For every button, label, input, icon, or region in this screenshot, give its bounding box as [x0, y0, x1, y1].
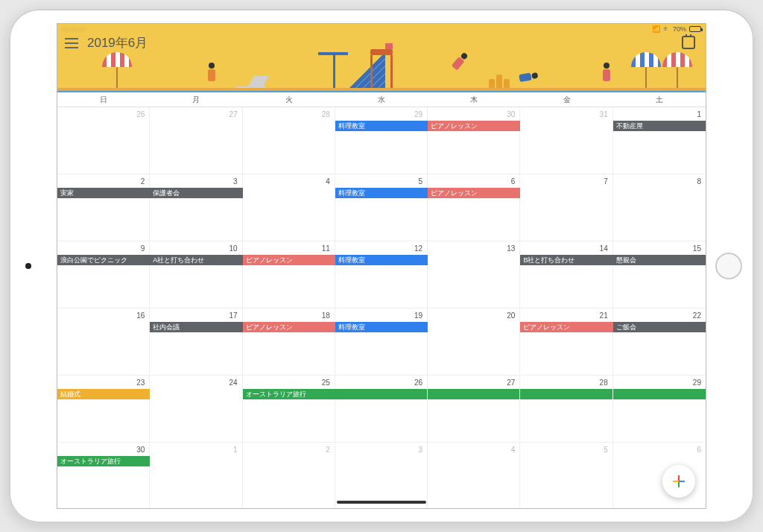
calendar-cell[interactable]: 4 [243, 174, 335, 241]
person-decoration [510, 70, 539, 85]
battery-icon [689, 26, 701, 32]
calendar-cell[interactable]: 31 [520, 107, 612, 174]
calendar-cell[interactable]: 12料理教室 [335, 241, 428, 308]
front-camera [25, 263, 31, 269]
date-number: 30 [507, 110, 515, 118]
weekday-label: 日 [57, 92, 150, 107]
person-decoration [601, 63, 612, 89]
calendar-cell[interactable]: 17社内会議 [150, 308, 242, 376]
calendar-grid[interactable]: 26272829料理教室30ピアノレッスン311不動産屋2実家3保護者会45料理… [57, 107, 706, 509]
calendar-event[interactable]: ご飯会 [613, 322, 706, 332]
date-number: 4 [326, 177, 330, 186]
calendar-event[interactable]: 結婚式 [57, 389, 150, 399]
calendar-event[interactable]: ピアノレッスン [428, 188, 520, 198]
calendar-cell[interactable]: 1不動産屋 [613, 107, 706, 174]
wifi-icon: 📶 [652, 25, 660, 33]
calendar-cell[interactable]: 20 [428, 308, 520, 376]
calendar-event[interactable]: 浪白公園でピクニック [57, 255, 150, 265]
calendar-cell[interactable]: 2 [243, 443, 335, 509]
calendar-cell[interactable]: 2実家 [57, 174, 150, 241]
calendar-event[interactable]: ピアノレッスン [243, 322, 335, 332]
calendar-cell[interactable]: 22ご飯会 [613, 308, 706, 376]
calendar-cell[interactable]: 6ピアノレッスン [428, 174, 520, 241]
calendar-cell[interactable]: 14B社と打ち合わせ [520, 241, 612, 308]
home-button[interactable] [715, 253, 742, 279]
weekday-label: 土 [613, 92, 706, 107]
calendar-event[interactable]: 懇親会 [613, 255, 706, 265]
date-number: 3 [233, 177, 238, 186]
date-number: 29 [414, 110, 422, 118]
calendar-cell[interactable]: 3 [335, 443, 428, 509]
date-number: 28 [600, 379, 608, 387]
calendar-cell[interactable]: 15懇親会 [613, 241, 706, 308]
date-number: 28 [322, 110, 330, 118]
calendar-event[interactable]: 保護者会 [150, 188, 242, 198]
calendar-cell[interactable]: 8 [613, 174, 706, 241]
calendar-cell[interactable]: 25オーストラリア旅行 [243, 376, 335, 443]
calendar-cell[interactable]: 24 [150, 376, 242, 443]
calendar-cell[interactable]: 3保護者会 [150, 174, 242, 241]
umbrella-decoration [102, 52, 132, 89]
calendar-cell[interactable]: 30ピアノレッスン [428, 107, 520, 174]
weekday-label: 月 [150, 92, 242, 107]
calendar-event[interactable]: ピアノレッスン [243, 255, 335, 265]
calendar-event[interactable]: オーストラリア旅行 [57, 456, 150, 466]
create-event-fab[interactable] [662, 465, 695, 498]
calendar-cell[interactable]: 4 [428, 443, 520, 509]
calendar-cell[interactable]: 13 [428, 241, 520, 308]
month-title[interactable]: 2019年6月 [87, 34, 148, 51]
calendar-cell[interactable]: 29料理教室 [335, 107, 428, 174]
calendar-cell[interactable]: 11ピアノレッスン [243, 241, 335, 308]
calendar-event[interactable]: 実家 [57, 188, 150, 198]
calendar-event[interactable]: 料理教室 [335, 255, 428, 265]
date-number: 14 [600, 244, 608, 253]
calendar-event[interactable]: 料理教室 [335, 188, 428, 198]
calendar-event[interactable]: 料理教室 [335, 322, 428, 332]
date-number: 7 [604, 177, 608, 186]
date-number: 30 [136, 446, 145, 454]
calendar-cell[interactable]: 28 [243, 107, 335, 174]
cell-icon: ᯤ [663, 25, 670, 33]
calendar-cell[interactable]: 26 [335, 376, 428, 443]
calendar-cell[interactable]: 7 [520, 174, 612, 241]
app-screen: — — — 📶 ᯤ 70% 2019年6月 [57, 23, 706, 509]
date-number: 6 [511, 177, 516, 186]
calendar-event[interactable]: 料理教室 [335, 121, 428, 131]
date-number: 29 [693, 379, 701, 387]
menu-icon[interactable] [65, 38, 78, 48]
weekday-label: 木 [428, 92, 520, 107]
date-number: 27 [507, 379, 515, 387]
calendar-cell[interactable]: 30オーストラリア旅行 [57, 443, 150, 509]
calendar-cell[interactable]: 26 [57, 107, 150, 174]
calendar-cell[interactable]: 18ピアノレッスン [243, 308, 335, 376]
calendar-cell[interactable]: 23結婚式 [57, 376, 150, 443]
calendar-cell[interactable]: 1 [150, 443, 242, 509]
calendar-event[interactable]: B社と打ち合わせ [520, 255, 612, 265]
calendar-event[interactable]: 社内会議 [150, 322, 242, 332]
calendar-cell[interactable]: 27 [428, 376, 520, 443]
calendar-cell[interactable]: 27 [150, 107, 242, 174]
calendar-event[interactable]: ピアノレッスン [428, 121, 520, 131]
umbrella-decoration [631, 52, 661, 89]
calendar-cell[interactable]: 28 [520, 376, 612, 443]
calendar-cell[interactable]: 16 [57, 308, 150, 376]
today-icon[interactable] [682, 36, 695, 49]
date-number: 27 [229, 110, 237, 118]
calendar-cell[interactable]: 21ピアノレッスン [520, 308, 612, 376]
calendar-cell[interactable]: 10A社と打ち合わせ [150, 241, 242, 308]
calendar-cell[interactable]: 29 [613, 376, 706, 443]
date-number: 31 [600, 110, 608, 118]
calendar-cell[interactable]: 5料理教室 [335, 174, 428, 241]
date-number: 13 [507, 244, 515, 253]
date-number: 5 [604, 446, 608, 454]
home-indicator[interactable] [337, 501, 426, 504]
calendar-cell[interactable]: 9浪白公園でピクニック [57, 241, 150, 308]
calendar-event[interactable]: ピアノレッスン [520, 322, 612, 332]
calendar-event[interactable]: A社と打ち合わせ [150, 255, 242, 265]
lifeguard-tower-decoration [370, 43, 393, 89]
weekday-row: 日 月 火 水 木 金 土 [57, 92, 706, 107]
calendar-cell[interactable]: 19料理教室 [335, 308, 428, 376]
date-number: 17 [229, 311, 237, 320]
calendar-event[interactable]: 不動産屋 [613, 121, 706, 131]
calendar-cell[interactable]: 5 [520, 443, 612, 509]
